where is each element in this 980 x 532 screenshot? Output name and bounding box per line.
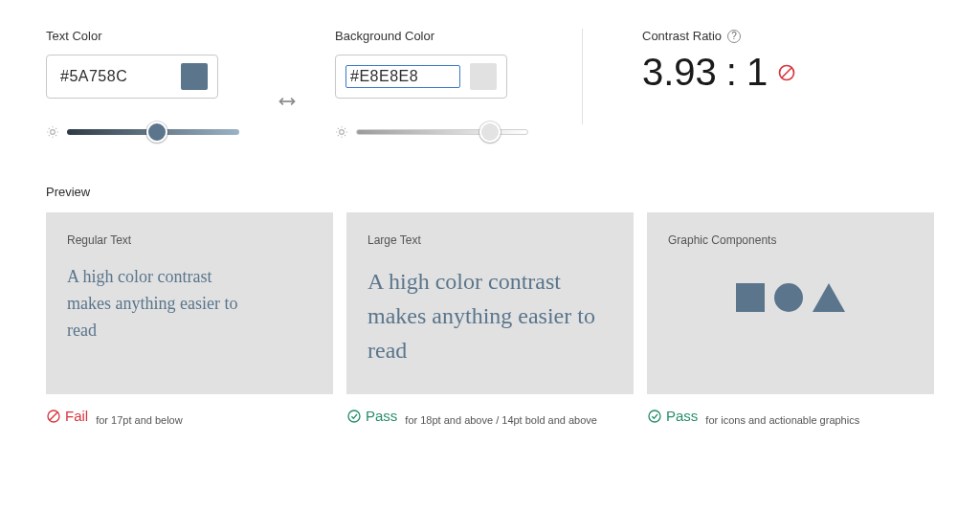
svg-line-7	[49, 135, 50, 136]
svg-line-8	[56, 128, 56, 129]
background-color-swatch[interactable]	[470, 63, 497, 90]
result-large-status: Pass	[366, 408, 397, 424]
svg-line-18	[345, 128, 345, 129]
pass-icon	[647, 409, 662, 424]
svg-point-10	[340, 130, 345, 135]
text-color-hex[interactable]: #5A758C	[56, 66, 171, 87]
preview-card-regular: Regular Text A high color contrast makes…	[46, 212, 333, 394]
contrast-ratio-sep: :	[726, 51, 737, 94]
contrast-ratio-label: Contrast Ratio	[642, 29, 722, 43]
brightness-icon	[46, 125, 59, 139]
text-color-lightness-slider[interactable]	[67, 129, 239, 135]
background-color-label: Background Color	[335, 29, 528, 43]
svg-point-0	[51, 130, 56, 135]
background-color-column: Background Color #E8E8E8	[335, 29, 528, 139]
result-regular: Fail for 17pt and below	[46, 408, 333, 426]
pass-icon	[346, 409, 362, 424]
help-icon[interactable]: ?	[727, 30, 741, 43]
result-graphic-desc: for icons and actionable graphics	[705, 414, 859, 426]
fail-icon	[777, 63, 796, 82]
fail-icon	[46, 409, 61, 424]
result-regular-status: Fail	[65, 408, 88, 424]
result-regular-desc: for 17pt and below	[96, 414, 183, 426]
card-title-regular: Regular Text	[67, 233, 312, 247]
background-color-input-box[interactable]: #E8E8E8	[335, 55, 507, 99]
contrast-ratio-one: 1	[746, 51, 768, 94]
sample-text-large: A high color contrast makes anything eas…	[368, 264, 612, 367]
svg-line-5	[49, 128, 50, 129]
sample-text-regular: A high color contrast makes anything eas…	[67, 264, 258, 344]
brightness-icon	[335, 125, 348, 139]
svg-line-15	[338, 128, 339, 129]
result-large: Pass for 18pt and above / 14pt bold and …	[346, 408, 634, 426]
vertical-divider	[582, 29, 583, 124]
svg-line-22	[50, 412, 57, 420]
text-color-column: Text Color #5A758C	[46, 29, 239, 139]
text-color-input-box[interactable]: #5A758C	[46, 55, 218, 99]
svg-line-17	[338, 135, 339, 136]
contrast-ratio-section: Contrast Ratio ? 3.93 : 1	[642, 29, 796, 94]
card-title-graphic: Graphic Components	[668, 233, 913, 247]
circle-icon	[774, 283, 803, 312]
card-title-large: Large Text	[368, 233, 612, 247]
svg-line-6	[56, 135, 56, 136]
background-color-lightness-slider[interactable]	[356, 129, 528, 135]
triangle-icon	[813, 283, 845, 312]
preview-card-graphic: Graphic Components	[647, 212, 934, 394]
preview-cards: Regular Text A high color contrast makes…	[46, 212, 934, 394]
preview-label: Preview	[46, 185, 934, 199]
contrast-ratio-value: 3.93	[642, 51, 717, 94]
background-color-hex[interactable]: #E8E8E8	[345, 65, 460, 88]
svg-line-16	[345, 135, 345, 136]
swap-colors-button[interactable]	[278, 95, 297, 108]
sample-shapes	[668, 283, 913, 312]
result-graphic-status: Pass	[666, 408, 698, 424]
result-large-desc: for 18pt and above / 14pt bold and above	[405, 414, 597, 426]
result-graphic: Pass for icons and actionable graphics	[647, 408, 934, 426]
svg-point-24	[649, 410, 660, 422]
square-icon	[736, 283, 765, 312]
text-color-label: Text Color	[46, 29, 239, 43]
svg-point-23	[348, 410, 360, 422]
text-color-swatch[interactable]	[181, 63, 208, 90]
preview-card-large: Large Text A high color contrast makes a…	[346, 212, 634, 394]
result-row: Fail for 17pt and below Pass for 18pt an…	[46, 408, 934, 426]
svg-line-20	[782, 68, 791, 78]
